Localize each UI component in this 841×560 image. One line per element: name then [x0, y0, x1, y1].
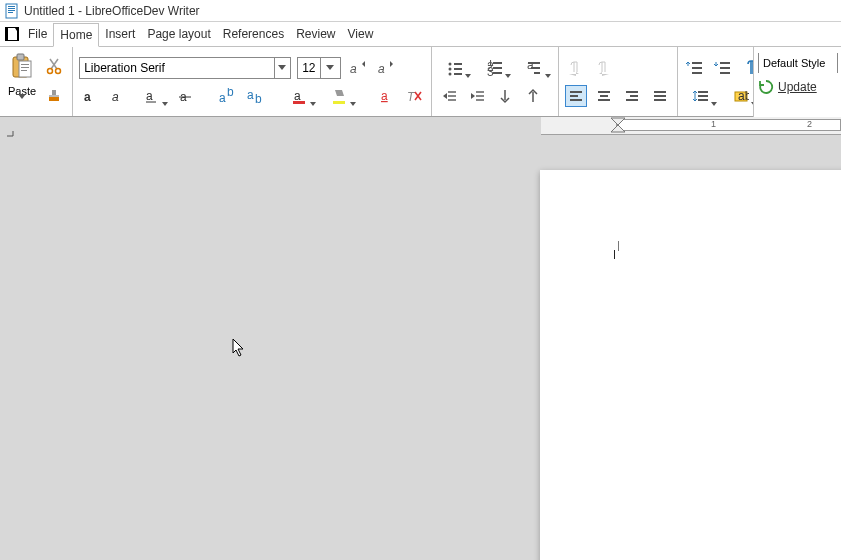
group-font: a a a a a a ab ab a a T: [73, 47, 432, 116]
svg-text:a: a: [219, 91, 226, 104]
line-spacing-button[interactable]: [684, 85, 718, 107]
paragraph-style-combo[interactable]: [758, 53, 838, 73]
svg-text:a: a: [527, 60, 534, 72]
paragraph-style-input[interactable]: [759, 53, 837, 73]
horizontal-ruler[interactable]: 1 2: [541, 117, 841, 135]
move-up-button[interactable]: [522, 85, 544, 107]
svg-rect-76: [720, 67, 730, 69]
svg-rect-54: [448, 99, 456, 101]
ruler-tick-1: 1: [711, 119, 716, 129]
menu-page-layout[interactable]: Page layout: [141, 22, 216, 46]
svg-rect-10: [21, 67, 29, 68]
svg-rect-68: [626, 99, 638, 101]
menu-file[interactable]: File: [22, 22, 53, 46]
svg-rect-41: [454, 73, 462, 75]
ribbon: Paste a a a a: [0, 47, 841, 117]
svg-rect-69: [654, 91, 666, 93]
move-down-button[interactable]: [494, 85, 516, 107]
paste-dropdown-icon[interactable]: [18, 99, 26, 113]
svg-text:b: b: [255, 92, 262, 104]
font-size-dropdown-icon[interactable]: [320, 58, 338, 78]
tab-home[interactable]: Home: [53, 23, 99, 47]
menu-insert[interactable]: Insert: [99, 22, 141, 46]
svg-text:a: a: [247, 88, 254, 102]
svg-rect-56: [476, 95, 484, 97]
subscript-button[interactable]: ab: [243, 85, 265, 107]
align-right-button[interactable]: [621, 85, 643, 107]
clear-format-button[interactable]: T: [403, 85, 425, 107]
numbering-button[interactable]: 123: [478, 57, 512, 79]
svg-rect-65: [598, 99, 610, 101]
bold-button[interactable]: a: [79, 85, 101, 107]
menubar: File Home Insert Page layout References …: [0, 22, 841, 47]
font-name-input[interactable]: [80, 58, 273, 78]
font-name-dropdown-icon[interactable]: [274, 58, 291, 78]
font-size-combo[interactable]: [297, 57, 341, 79]
font-color-button[interactable]: a: [283, 85, 317, 107]
svg-rect-55: [476, 91, 484, 93]
window-title: Untitled 1 - LibreOfficeDev Writer: [24, 4, 200, 18]
svg-rect-43: [493, 62, 502, 64]
indent-less-button[interactable]: [438, 85, 460, 107]
italic-button[interactable]: a: [107, 85, 129, 107]
strike-button[interactable]: a: [175, 85, 197, 107]
menu-review[interactable]: Review: [290, 22, 341, 46]
svg-text:a: a: [146, 89, 153, 103]
svg-rect-45: [493, 67, 502, 69]
superscript-button[interactable]: ab: [215, 85, 237, 107]
app-menu-icon[interactable]: [2, 22, 22, 46]
indent-marker-icon[interactable]: [609, 117, 627, 133]
svg-rect-66: [626, 91, 638, 93]
cut-button[interactable]: [44, 55, 66, 77]
char-bg-button[interactable]: a: [375, 85, 397, 107]
svg-rect-72: [692, 62, 702, 64]
paste-button[interactable]: Paste: [6, 51, 38, 115]
svg-rect-79: [698, 95, 708, 97]
ruler-tick-2: 2: [807, 119, 812, 129]
bullets-button[interactable]: [438, 57, 472, 79]
svg-rect-71: [654, 99, 666, 101]
svg-point-13: [56, 69, 61, 74]
indent-more-button[interactable]: [466, 85, 488, 107]
group-clipboard: Paste: [0, 47, 73, 116]
inc-para-spacing-button[interactable]: [684, 57, 706, 79]
menu-view[interactable]: View: [342, 22, 380, 46]
rtl-button[interactable]: [593, 57, 615, 79]
app-icon: [4, 3, 20, 19]
dec-para-spacing-button[interactable]: [712, 57, 734, 79]
svg-rect-74: [692, 72, 702, 74]
svg-rect-62: [570, 99, 582, 101]
align-center-button[interactable]: [593, 85, 615, 107]
update-style-button[interactable]: Update: [754, 75, 841, 99]
page[interactable]: [540, 170, 841, 560]
grow-font-button[interactable]: a: [347, 57, 369, 79]
svg-text:3: 3: [487, 65, 494, 76]
svg-text:a: a: [378, 62, 385, 76]
group-paragraph-list: 123 a: [432, 47, 559, 116]
align-justify-button[interactable]: [649, 85, 671, 107]
margin-marker-icon: [6, 130, 16, 140]
svg-rect-60: [570, 91, 582, 93]
font-size-input[interactable]: [298, 58, 320, 78]
font-name-combo[interactable]: [79, 57, 291, 79]
svg-rect-61: [570, 95, 578, 97]
svg-rect-77: [720, 72, 730, 74]
shrink-font-button[interactable]: a: [375, 57, 397, 79]
refresh-icon: [758, 79, 774, 95]
svg-rect-75: [720, 62, 730, 64]
svg-rect-63: [598, 91, 610, 93]
svg-rect-3: [8, 10, 15, 11]
svg-point-36: [449, 62, 452, 65]
svg-text:a: a: [112, 90, 119, 104]
menu-references[interactable]: References: [217, 22, 290, 46]
svg-rect-70: [654, 95, 666, 97]
svg-rect-53: [448, 95, 456, 97]
align-left-button[interactable]: [565, 85, 587, 107]
underline-button[interactable]: a: [135, 85, 169, 107]
clone-format-button[interactable]: [44, 85, 66, 107]
highlight-button[interactable]: [323, 85, 357, 107]
ltr-button[interactable]: [565, 57, 587, 79]
mouse-cursor-icon: [232, 338, 246, 358]
outline-button[interactable]: a: [518, 57, 552, 79]
svg-rect-64: [600, 95, 608, 97]
